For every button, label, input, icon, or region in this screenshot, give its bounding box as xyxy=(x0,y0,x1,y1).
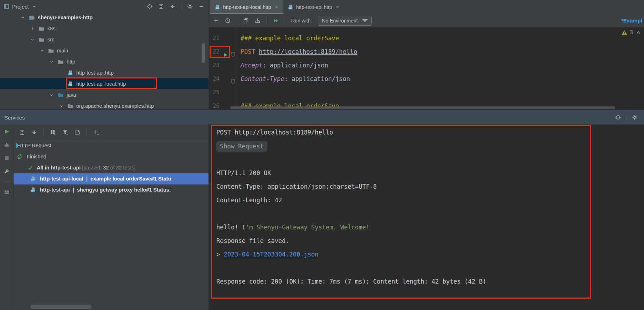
tree-item-label: java xyxy=(67,92,76,98)
project-tree-item-http-test-api.http[interactable]: APIhttp-test-api.http xyxy=(0,67,208,78)
folder-icon xyxy=(38,26,45,31)
inspection-widget[interactable]: 3 xyxy=(622,29,641,36)
run-configuration-label[interactable]: *Exampl xyxy=(621,14,644,27)
separator xyxy=(285,17,285,25)
console-line-3: HTTP/1.1 200 OK xyxy=(216,166,643,180)
chevron-down-icon[interactable] xyxy=(39,48,45,53)
environment-combo[interactable]: No Environment xyxy=(318,16,371,26)
project-tree-item-http-test-api-local.http[interactable]: APIhttp-test-api-local.http xyxy=(0,78,208,89)
services-tree-panel: HTTP RequestFinishedAll in http-test-api… xyxy=(14,124,208,310)
import-requests-icon[interactable] xyxy=(255,18,261,24)
dashboard-grid-icon[interactable] xyxy=(4,189,10,195)
collapse-all-icon[interactable] xyxy=(31,129,37,135)
services-row-label: HTTP Request xyxy=(17,140,51,151)
warning-count: 3 xyxy=(630,29,633,36)
editor-horizontal-scrollbar[interactable] xyxy=(230,106,615,109)
hide-minus-icon[interactable] xyxy=(199,4,204,9)
expand-all-icon[interactable] xyxy=(19,129,25,135)
project-header: Project xyxy=(0,0,208,13)
services-row-3[interactable]: APIhttp-test-api-local | example local o… xyxy=(14,173,208,184)
tab-label: http-test-api.http xyxy=(296,4,332,10)
services-horizontal-scrollbar[interactable] xyxy=(30,305,92,309)
run-request-icon[interactable] xyxy=(223,49,228,55)
tool-window-project-icon xyxy=(4,4,9,9)
api-file-icon: API xyxy=(288,4,293,10)
separator xyxy=(3,182,10,182)
response-file-link[interactable]: 2023-04-15T203304.200.json xyxy=(223,251,318,258)
chevron-down-icon[interactable] xyxy=(20,15,26,20)
project-tree-item-k8s[interactable]: k8s xyxy=(0,23,208,34)
locate-icon[interactable] xyxy=(147,4,153,9)
run-all-icon[interactable] xyxy=(273,18,279,24)
filter-icon[interactable] xyxy=(62,129,68,135)
run-play-icon[interactable] xyxy=(4,129,10,134)
project-tree-item-java[interactable]: java xyxy=(0,89,208,100)
api-file-icon: API xyxy=(67,81,73,87)
console-line-9: > 2023-04-15T203304.200.json xyxy=(216,248,643,261)
stop-icon[interactable] xyxy=(4,155,10,161)
warning-triangle-icon xyxy=(622,30,627,35)
line-number: 25 xyxy=(209,86,220,99)
project-tree-item-shenyu-examples-http[interactable]: shenyu-examples-http xyxy=(0,12,208,23)
services-row-label: http-test-api-local | example local orde… xyxy=(40,173,171,184)
collapse-all-icon[interactable] xyxy=(170,4,175,9)
services-row-1[interactable]: Finished xyxy=(14,151,208,162)
console-line-5: Content-Length: 42 xyxy=(216,193,643,207)
services-tool-window: Services HTTP RequestFinishedAll in http… xyxy=(0,110,644,310)
svg-text:API: API xyxy=(216,7,219,9)
gear-icon[interactable] xyxy=(187,4,193,9)
project-tree-item-org.apache.shenyu.examples.http[interactable]: org.apache.shenyu.examples.http xyxy=(0,100,208,110)
project-scrollbar[interactable] xyxy=(202,44,205,63)
combo-arrow-icon xyxy=(362,18,368,24)
environment-value: No Environment xyxy=(322,18,357,24)
project-tree-item-main[interactable]: main xyxy=(0,45,208,56)
line-number: 24 xyxy=(209,72,220,86)
add-service-icon[interactable] xyxy=(93,129,99,135)
chevron-down-icon[interactable] xyxy=(58,103,64,108)
endpoints-bug-icon[interactable] xyxy=(4,142,10,148)
project-tree-item-http[interactable]: http xyxy=(0,56,208,67)
chevron-right-icon[interactable] xyxy=(30,26,35,31)
tab-http-test-api.http[interactable]: APIhttp-test-api.http xyxy=(283,0,344,14)
line-number: 21 xyxy=(209,31,220,45)
services-header: Services xyxy=(0,110,644,125)
folder-source-icon xyxy=(57,92,64,98)
services-row-0[interactable]: HTTP Request xyxy=(14,140,208,151)
console-lines: POST http://localhost:8189/helloShow Req… xyxy=(216,126,643,288)
chevron-down-icon[interactable] xyxy=(49,59,55,64)
services-row-label: http-test-api | shengyu getway proxy hel… xyxy=(40,184,171,195)
services-row-4[interactable]: APIhttp-test-api | shengyu getway proxy … xyxy=(14,184,208,195)
tree-item-label: k8s xyxy=(47,26,56,31)
locate-icon[interactable] xyxy=(615,115,621,120)
services-main: HTTP RequestFinishedAll in http-test-api… xyxy=(0,124,644,310)
chevron-down-icon[interactable] xyxy=(32,4,37,9)
gear-icon[interactable] xyxy=(632,115,638,120)
add-request-icon[interactable] xyxy=(213,18,219,24)
close-tab-icon[interactable] xyxy=(335,5,340,10)
fix-wrench-icon[interactable] xyxy=(4,168,10,174)
svg-text:API: API xyxy=(68,73,72,75)
tab-http-test-api-local.http[interactable]: APIhttp-test-api-local.http xyxy=(210,0,283,14)
expand-all-icon[interactable] xyxy=(158,4,164,9)
editor-body[interactable]: 21### example local orderSave22POST http… xyxy=(209,27,644,110)
group-by-icon[interactable] xyxy=(50,129,56,135)
history-clock-icon[interactable] xyxy=(225,18,231,24)
code-text: ### example local orderSave xyxy=(241,31,339,45)
project-title[interactable]: Project xyxy=(12,4,29,10)
close-tab-icon[interactable] xyxy=(274,5,279,10)
chevron-down-icon[interactable] xyxy=(30,37,35,42)
editor-line-25: 25 xyxy=(209,86,644,99)
show-request-button[interactable]: Show Request xyxy=(216,141,267,152)
separator xyxy=(237,17,237,25)
project-tree: shenyu-examples-httpk8ssrcmainhttpAPIhtt… xyxy=(0,12,208,110)
response-console[interactable]: POST http://localhost:8189/helloShow Req… xyxy=(208,124,644,310)
services-row-2[interactable]: All in http-test-api [passed: 32 of 32 t… xyxy=(14,162,208,173)
services-left-stripe xyxy=(0,124,14,310)
services-rows: HTTP RequestFinishedAll in http-test-api… xyxy=(14,140,208,195)
copy-icon[interactable] xyxy=(243,18,249,24)
chevron-down-icon[interactable] xyxy=(49,92,55,97)
new-request-pattern-icon[interactable] xyxy=(74,129,80,135)
project-tree-item-src[interactable]: src xyxy=(0,34,208,45)
folder-icon xyxy=(57,59,64,65)
project-folder-icon xyxy=(29,15,35,20)
